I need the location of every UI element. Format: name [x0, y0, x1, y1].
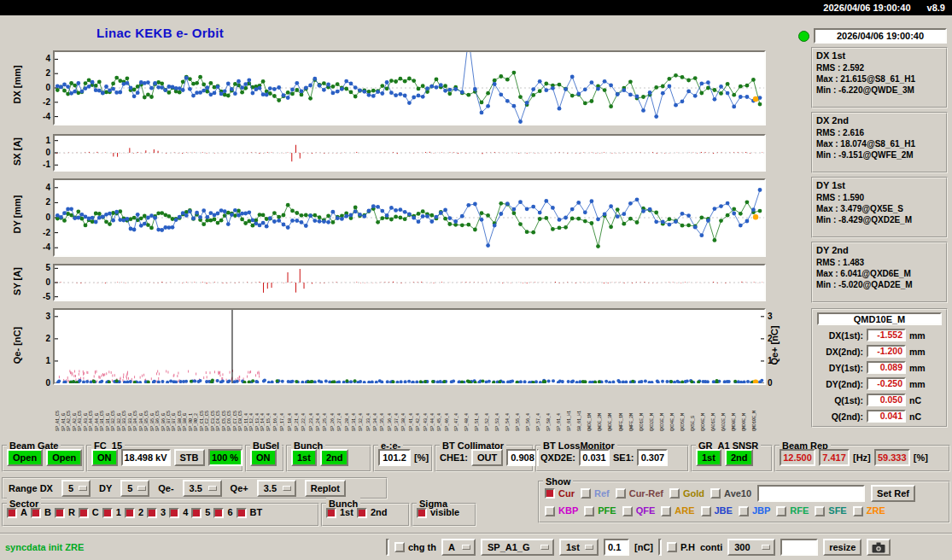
sector-a-checkbox[interactable]: A	[7, 507, 27, 518]
bt-collimator-out-button[interactable]: OUT	[471, 449, 503, 466]
sigma-visible-checkbox[interactable]: visible	[417, 507, 459, 518]
range-range-qe-plus-dropdown[interactable]: 3.5	[257, 480, 296, 497]
sector-5-checkbox[interactable]: 5	[191, 507, 210, 518]
statusbar-chg-th-checkbox[interactable]: chg th	[394, 542, 436, 553]
bunch-items: 1st2nd	[326, 507, 406, 518]
checkbox-label: RFE	[790, 505, 809, 516]
statusbar-sector-select-dropdown[interactable]: A	[441, 539, 476, 556]
svg-text:SP_B2_C5: SP_B2_C5	[111, 411, 116, 431]
range-range-dy-dropdown[interactable]: 5	[120, 480, 149, 497]
checkbox-label: 2	[138, 507, 143, 518]
show-jbp-checkbox[interactable]: JBP	[739, 505, 770, 516]
show-sfe-checkbox[interactable]: SFE	[815, 505, 846, 516]
bunch-gate-1st-button[interactable]: 1st	[291, 449, 317, 466]
fc15-on-button[interactable]: ON	[91, 449, 118, 466]
svg-text:SP_B6_G: SP_B6_G	[161, 413, 166, 431]
show-qfe-checkbox[interactable]: QFE	[622, 505, 656, 516]
bt-lossmonitor-groupbox: BT LossMonitorQXD2E:0.031SE1:0.307	[535, 445, 689, 472]
sector-b-checkbox[interactable]: B	[31, 507, 51, 518]
range-range-dx-dropdown[interactable]: 5	[61, 480, 91, 497]
sector-bt-checkbox[interactable]: BT	[237, 507, 263, 518]
show-cur-ref-checkbox[interactable]: Cur-Ref	[616, 488, 663, 499]
stat-line: Max : 3.479@QX5E_S	[816, 203, 943, 214]
svg-text:SP_C7_C5: SP_C7_C5	[233, 411, 238, 431]
gr-a1-snsr-2nd-button[interactable]: 2nd	[725, 449, 754, 466]
monitor-row-value: 0.050	[867, 394, 906, 406]
sector-6-checkbox[interactable]: 6	[213, 507, 232, 518]
statusbar-bpm-select-dropdown[interactable]: SP_A1_G	[481, 539, 554, 556]
sector-c-checkbox[interactable]: C	[79, 507, 99, 518]
plot-dy	[53, 178, 766, 257]
show-are-checkbox[interactable]: ARE	[661, 505, 694, 516]
status-bar: syncdata init ZREchg thASP_A1_G1st[nC]P.…	[0, 533, 952, 560]
bt-lossmonitor-qxd2e-value: 0.031	[579, 449, 610, 466]
statusbar-snapshot-button[interactable]	[867, 539, 891, 556]
statusbar-aux-entry-input[interactable]	[780, 539, 818, 556]
fc15-stb-button[interactable]: STB	[174, 449, 205, 466]
sector-3-checkbox[interactable]: 3	[147, 507, 166, 518]
statusbar-interval-dropdown[interactable]: 300	[727, 539, 775, 556]
stat-panel-dx-2nd: DX 2ndRMS : 2.616Max : 18.074@S8_61_H1Mi…	[811, 112, 948, 173]
checkbox-indicator	[125, 508, 135, 518]
svg-text:SP_55_4: SP_55_4	[516, 413, 521, 431]
svg-text:SP_A3_C5: SP_A3_C5	[78, 411, 83, 431]
gr-a1-snsr-1st-button[interactable]: 1st	[696, 449, 721, 466]
svg-text:SP_36_4: SP_36_4	[388, 413, 393, 431]
checkbox-label: 5	[205, 507, 210, 518]
separator	[658, 539, 662, 556]
show-gold-checkbox[interactable]: Gold	[669, 488, 704, 499]
svg-text:SP_54_4: SP_54_4	[505, 413, 511, 431]
bunch-2nd-checkbox[interactable]: 2nd	[357, 507, 388, 518]
range-qe-label: Qe+	[231, 483, 248, 493]
busel-on-button[interactable]: ON	[250, 449, 277, 466]
qe-minus-axis-label: Qe- [nC]	[12, 323, 23, 369]
range-range-qe-minus-dropdown[interactable]: 3.5	[183, 480, 222, 497]
show-rfe-checkbox[interactable]: RFE	[776, 505, 809, 516]
stat-line: RMS : 1.590	[816, 192, 943, 203]
monitor-row-value: -0.250	[867, 377, 906, 390]
bunch-1st-checkbox[interactable]: 1st	[326, 507, 353, 518]
show-cur-checkbox[interactable]: Cur	[545, 488, 575, 499]
ytick-sy: 0	[34, 277, 50, 288]
sector-4-checkbox[interactable]: 4	[169, 507, 188, 518]
svg-text:SP_B1_G: SP_B1_G	[106, 413, 111, 431]
show-kbp-checkbox[interactable]: KBP	[545, 505, 578, 516]
sector-1-checkbox[interactable]: 1	[102, 507, 121, 518]
show-ave10-checkbox[interactable]: Ave10	[710, 488, 751, 499]
sigma-items: visible	[417, 507, 473, 518]
checkbox-label: chg th	[408, 542, 436, 553]
stat-line: RMS : 2.616	[816, 127, 943, 138]
beam-rep-items: 12.5007.417[Hz]59.333[%]	[780, 449, 947, 466]
show-ref-input[interactable]	[757, 485, 865, 502]
checkbox-indicator	[710, 488, 721, 499]
svg-text:SP_B7_G: SP_B7_G	[172, 413, 177, 431]
monitor-row: Q(1st):0.050nC	[816, 394, 943, 406]
gr-a1-snsr-items: 1st2nd	[696, 449, 769, 466]
statusbar-bunch-select-dropdown[interactable]: 1st	[559, 539, 599, 556]
beam-gate-open-1-button[interactable]: Open	[7, 449, 43, 466]
bunch-gate-2nd-button[interactable]: 2nd	[320, 449, 349, 466]
ytick-dy: -4	[34, 242, 50, 253]
checkbox-indicator	[357, 508, 367, 518]
checkbox-indicator	[191, 508, 201, 518]
beam-gate-open-2-button[interactable]: Open	[46, 449, 82, 466]
show-ref-checkbox[interactable]: Ref	[581, 488, 610, 499]
show-zre-checkbox[interactable]: ZRE	[853, 505, 885, 516]
svg-text:SP_11_4: SP_11_4	[244, 413, 249, 431]
svg-text:QAD1E_M: QAD1E_M	[711, 413, 716, 431]
statusbar-p-h-checkbox[interactable]: P.H	[667, 542, 695, 553]
sector-r-checkbox[interactable]: R	[55, 507, 75, 518]
show-pfe-checkbox[interactable]: PFE	[584, 505, 616, 516]
checkbox-label: visible	[430, 507, 459, 518]
beam-rep-duty-value: 59.333	[874, 449, 910, 466]
show-set-ref-button[interactable]: Set Ref	[871, 485, 915, 502]
range-replot-button[interactable]: Replot	[305, 480, 346, 497]
sector-2-checkbox[interactable]: 2	[125, 507, 143, 518]
sigma-groupbox: Sigmavisible	[412, 503, 476, 527]
sector-items: ABRC123456BT	[7, 507, 316, 518]
checkbox-indicator	[584, 506, 594, 516]
statusbar-threshold-input[interactable]	[604, 539, 629, 556]
statusbar-resize-button[interactable]: resize	[823, 539, 861, 556]
show-jbe-checkbox[interactable]: JBE	[701, 505, 733, 516]
e-ratio-x-label: [%]	[414, 452, 429, 463]
